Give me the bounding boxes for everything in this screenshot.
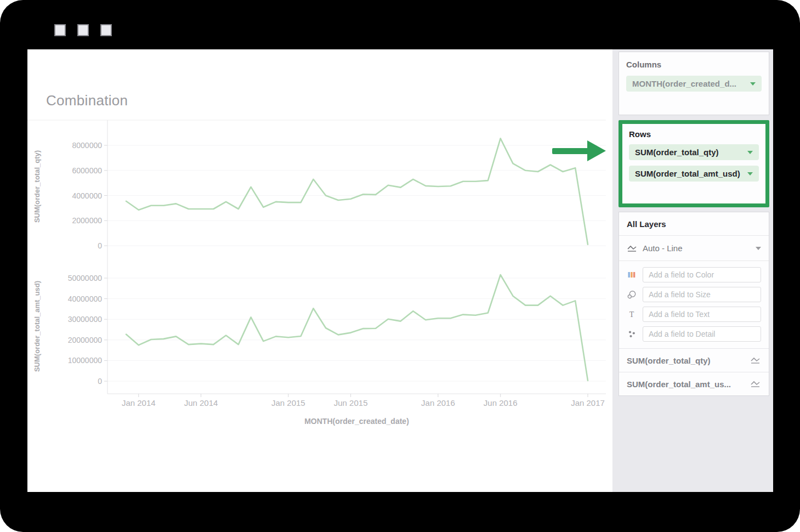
chevron-down-icon <box>747 172 753 176</box>
all-layers-header: All Layers <box>619 212 769 236</box>
layer-type-label: Auto - Line <box>643 244 683 253</box>
worksheet-area: Combination 0200000040000006000000800000… <box>27 49 612 492</box>
qty-subplot: 02000000400000060000008000000SUM(order_t… <box>33 138 606 250</box>
x-axis-title: MONTH(order_created_date) <box>304 417 409 426</box>
detail-dots-icon <box>627 330 637 338</box>
columns-header: Columns <box>626 60 762 69</box>
usd-subplot: 0100000002000000030000000400000005000000… <box>33 274 606 386</box>
annotation-arrow-icon <box>551 139 607 162</box>
y-tick-label: 4000000 <box>72 191 102 200</box>
text-field-input[interactable] <box>643 307 761 322</box>
combination-line-chart: 02000000400000060000008000000SUM(order_t… <box>27 49 612 492</box>
rows-panel: Rows SUM(order_total_qty) SUM(order_tota… <box>619 120 769 207</box>
measure-row-amt[interactable]: SUM(order_total_amt_us... <box>619 372 769 395</box>
measure-label: SUM(order_total_amt_us... <box>627 380 731 389</box>
columns-field-pill[interactable]: MONTH(order_created_d... <box>626 76 762 92</box>
window-control-button[interactable] <box>54 24 66 36</box>
y-tick-label: 10000000 <box>68 356 103 365</box>
window-control-button[interactable] <box>100 24 112 36</box>
y-tick-label: 8000000 <box>72 141 102 150</box>
line-chart-icon <box>627 245 638 252</box>
y-tick-label: 30000000 <box>68 315 103 324</box>
y-tick-label: 40000000 <box>68 295 103 303</box>
size-field-input[interactable] <box>643 287 761 302</box>
y-tick-label: 6000000 <box>72 166 102 175</box>
color-shelf-row <box>627 267 761 282</box>
chevron-down-icon <box>747 151 753 154</box>
window-control-button[interactable] <box>77 24 89 36</box>
x-tick-label: Jan 2014 <box>122 398 156 408</box>
size-circles-icon <box>627 290 637 299</box>
color-bars-icon <box>627 270 637 279</box>
measure-row-qty[interactable]: SUM(order_total_qty) <box>619 349 769 372</box>
y-tick-label: 0 <box>98 241 102 250</box>
y-tick-label: 20000000 <box>68 336 103 344</box>
columns-panel: Columns MONTH(order_created_d... <box>619 52 769 115</box>
line-chart-icon <box>750 380 761 388</box>
y-axis-title: SUM(order_total_qty) <box>33 150 41 223</box>
x-tick-label: Jan 2016 <box>421 398 455 408</box>
rows-field-pill-qty[interactable]: SUM(order_total_qty) <box>629 144 759 160</box>
y-tick-label: 2000000 <box>72 216 102 225</box>
data-line <box>126 138 588 244</box>
rows-header: Rows <box>629 129 759 139</box>
columns-field-label: MONTH(order_created_d... <box>632 79 736 88</box>
size-shelf-row <box>627 287 761 302</box>
x-tick-label: Jun 2014 <box>184 398 218 408</box>
x-tick-label: Jun 2016 <box>484 398 518 408</box>
text-t-icon: T <box>627 310 637 319</box>
rows-field-pill-amt[interactable]: SUM(order_total_amt_usd) <box>629 166 759 182</box>
data-line <box>126 275 588 381</box>
text-shelf-row: T <box>627 307 761 322</box>
layer-type-dropdown[interactable]: Auto - Line <box>619 236 769 261</box>
all-layers-panel: All Layers Auto - Line <box>619 212 769 396</box>
encoding-shelves: T <box>619 261 769 349</box>
x-tick-label: Jan 2015 <box>271 398 305 408</box>
chevron-down-icon <box>756 247 761 250</box>
detail-shelf-row <box>627 326 761 342</box>
x-tick-label: Jan 2017 <box>571 398 605 408</box>
detail-field-input[interactable] <box>643 326 761 342</box>
y-tick-label: 50000000 <box>68 274 103 282</box>
chevron-down-icon <box>750 82 756 86</box>
rows-field-label: SUM(order_total_qty) <box>635 148 719 157</box>
color-field-input[interactable] <box>643 267 761 282</box>
measure-label: SUM(order_total_qty) <box>627 356 711 365</box>
y-axis-title: SUM(order_total_amt_usd) <box>33 281 41 372</box>
shelf-sidebar: Columns MONTH(order_created_d... Rows SU… <box>612 49 773 492</box>
rows-field-label: SUM(order_total_amt_usd) <box>635 169 740 178</box>
x-tick-label: Jun 2015 <box>334 398 368 408</box>
screenshot-canvas: Combination 0200000040000006000000800000… <box>0 0 800 532</box>
svg-text:T: T <box>629 310 634 319</box>
line-chart-icon <box>750 356 761 364</box>
y-tick-label: 0 <box>98 377 102 386</box>
